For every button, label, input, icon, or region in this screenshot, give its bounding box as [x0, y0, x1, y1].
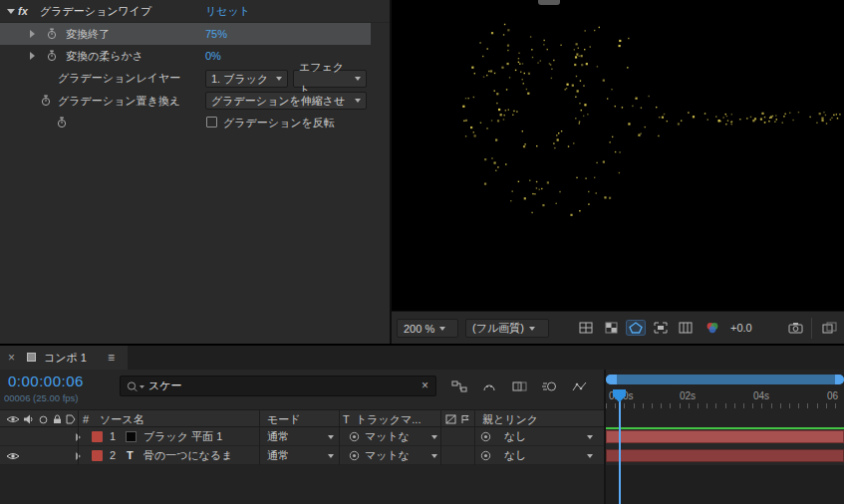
panel-resize-grip[interactable] — [538, 0, 560, 5]
composition-mini-flowchart-icon[interactable] — [448, 378, 470, 394]
column-divider[interactable] — [78, 409, 79, 465]
label-color-chip[interactable] — [92, 450, 103, 461]
tab-title: コンポ 1 — [44, 346, 87, 370]
expand-chevron-icon[interactable] — [30, 30, 35, 38]
motion-blur-icon[interactable] — [538, 378, 560, 394]
playhead-line[interactable] — [619, 389, 621, 504]
column-source-name: ソース名 — [100, 410, 144, 428]
column-t: T — [343, 410, 350, 428]
pick-whip-icon[interactable] — [480, 431, 491, 443]
speaker-icon — [23, 414, 34, 426]
column-divider[interactable] — [440, 409, 441, 465]
chevron-down-icon[interactable] — [328, 454, 334, 458]
gradient-placement-value: グラデーションを伸縮させ — [211, 90, 345, 112]
frame-info: 00006 (25.00 fps) — [4, 392, 78, 403]
parent-dropdown[interactable]: なし — [504, 427, 527, 446]
timeline-panel: × コンポ 1 ≡ 0:00:00:06 00006 (25.00 fps) × — [0, 346, 844, 504]
chevron-down-icon[interactable] — [587, 435, 593, 439]
effect-name: グラデーションワイプ — [40, 0, 151, 23]
track-matte-dropdown[interactable]: マットな — [365, 427, 410, 446]
gradient-source-dropdown[interactable]: エフェクト — [293, 70, 367, 88]
column-divider[interactable] — [339, 409, 340, 465]
panel-menu-icon[interactable]: ≡ — [108, 346, 115, 370]
chevron-down-icon[interactable] — [7, 9, 15, 14]
lock-icon — [53, 414, 62, 426]
graph-editor-icon[interactable] — [568, 378, 590, 394]
column-hash: # — [83, 410, 89, 428]
grid-guides-icon[interactable] — [577, 321, 595, 335]
expand-chevron-icon[interactable] — [30, 52, 35, 60]
stopwatch-icon[interactable] — [56, 117, 68, 128]
chevron-down-icon — [355, 77, 361, 81]
zoom-dropdown[interactable]: 200 % — [397, 319, 458, 338]
chevron-down-icon[interactable] — [431, 454, 437, 458]
gradient-layer-value: 1. ブラック — [211, 68, 268, 91]
chevron-down-icon — [355, 99, 361, 103]
label-color-chip[interactable] — [92, 431, 103, 442]
property-row-transition-completion[interactable]: 変換終了 75% — [0, 23, 371, 45]
composition-viewport[interactable] — [392, 0, 844, 311]
pick-whip-icon[interactable] — [349, 450, 360, 462]
region-of-interest-icon[interactable] — [652, 321, 670, 335]
property-row-gradient-placement[interactable]: グラデーション置き換え グラデーションを伸縮させ — [0, 90, 390, 112]
viewer-toolbar: 200 % (フル画質) — [392, 311, 844, 344]
preserve-transparency-icon — [445, 414, 456, 426]
blend-mode-dropdown[interactable]: 通常 — [267, 427, 289, 446]
effect-header-row[interactable]: fx グラデーションワイプ リセット — [0, 0, 390, 23]
layer-name[interactable]: ブラック 平面 1 — [143, 427, 222, 446]
show-snapshot-icon[interactable] — [820, 321, 838, 335]
property-label: 変換終了 — [66, 23, 110, 45]
frame-blending-icon[interactable] — [508, 378, 530, 394]
search-clear-icon[interactable]: × — [422, 378, 428, 392]
layer-row-2[interactable]: 2 T 骨の一つになるま 通常 マットな なし — [0, 446, 604, 465]
show-channel-icon[interactable] — [703, 321, 721, 335]
stopwatch-icon[interactable] — [46, 28, 58, 40]
chevron-down-icon[interactable] — [328, 435, 334, 439]
composition-icon — [27, 353, 36, 362]
close-icon[interactable]: × — [8, 346, 15, 370]
tab-comp-1[interactable]: × コンポ 1 ≡ — [0, 346, 128, 370]
mask-visibility-icon[interactable] — [627, 321, 645, 335]
property-row-invert-gradient[interactable]: グラデーションを反転 — [0, 112, 390, 133]
gradient-layer-dropdown[interactable]: 1. ブラック — [205, 70, 288, 88]
layer-column-header[interactable]: # ソース名 モード T トラックマ... 親とリンク — [0, 409, 604, 427]
parent-dropdown[interactable]: なし — [504, 446, 527, 465]
track-matte-dropdown[interactable]: マットな — [365, 446, 410, 465]
gradient-placement-dropdown[interactable]: グラデーションを伸縮させ — [205, 92, 367, 110]
shy-layers-icon[interactable] — [478, 378, 500, 394]
timeline-search-box[interactable]: × — [120, 376, 436, 396]
chevron-down-icon[interactable] — [431, 435, 437, 439]
navigator-start-handle[interactable] — [606, 375, 617, 384]
layer-row-1[interactable]: 1 ブラック 平面 1 通常 マットな なし — [0, 427, 604, 446]
blend-mode-dropdown[interactable]: 通常 — [267, 446, 289, 465]
layer-duration-bar-1[interactable] — [606, 430, 844, 443]
search-input[interactable] — [148, 378, 404, 394]
column-divider[interactable] — [259, 409, 260, 465]
stopwatch-icon[interactable] — [46, 50, 58, 62]
stopwatch-icon[interactable] — [40, 95, 52, 107]
resolution-dropdown[interactable]: (フル画質) — [465, 319, 549, 338]
resolution-value: (フル画質) — [472, 321, 524, 336]
pick-whip-icon[interactable] — [349, 431, 360, 443]
eye-icon[interactable] — [6, 451, 20, 463]
track-empty-area — [606, 465, 844, 504]
current-timecode[interactable]: 0:00:00:06 — [8, 373, 84, 389]
snapshot-camera-icon[interactable] — [786, 321, 804, 335]
layer-name[interactable]: 骨の一つになるま — [143, 446, 233, 465]
search-icon — [127, 380, 146, 392]
pixel-aspect-icon[interactable] — [677, 321, 695, 335]
column-divider[interactable] — [474, 409, 475, 465]
chevron-down-icon[interactable] — [587, 454, 593, 458]
layer-duration-bar-2[interactable] — [606, 449, 844, 462]
pick-whip-icon[interactable] — [480, 450, 491, 462]
property-row-gradient-layer[interactable]: グラデーションレイヤー 1. ブラック エフェクト — [0, 67, 390, 90]
exposure-value[interactable]: +0.0 — [730, 322, 752, 334]
transparency-grid-icon[interactable] — [602, 321, 620, 335]
invert-gradient-checkbox[interactable] — [206, 117, 217, 127]
reset-link[interactable]: リセット — [205, 0, 250, 23]
property-value[interactable]: 0% — [205, 45, 221, 67]
flag-icon — [460, 414, 470, 426]
time-navigator-bar[interactable] — [606, 375, 844, 384]
property-value[interactable]: 75% — [205, 23, 227, 45]
timeline-empty-area — [0, 465, 604, 504]
